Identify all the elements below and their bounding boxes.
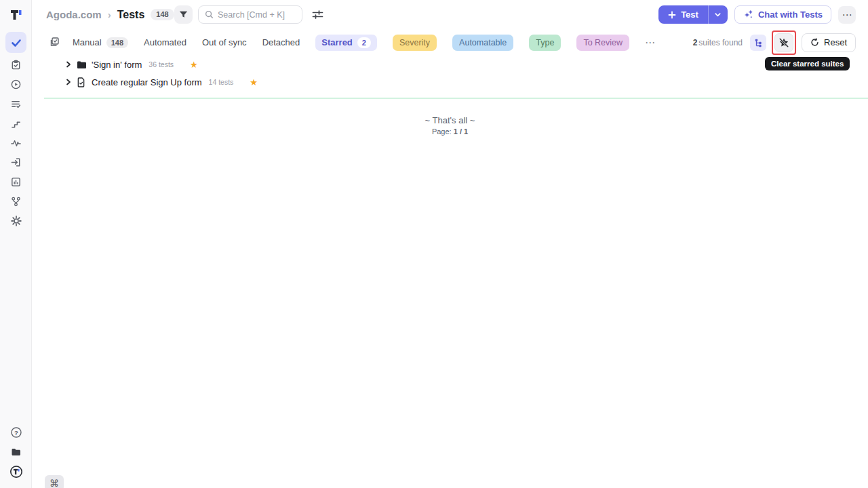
sparkles-icon [743, 9, 753, 20]
tree-view-button[interactable] [750, 35, 766, 51]
bulk-select-button[interactable] [47, 36, 61, 49]
results-count: 2suites found [693, 38, 743, 47]
tab-automated[interactable]: Automated [144, 37, 186, 47]
gear-icon [10, 215, 22, 227]
sidebar-item-help[interactable]: ? [5, 422, 26, 443]
new-test-dropdown-button[interactable] [708, 5, 728, 24]
import-box-icon [10, 157, 22, 168]
sliders-icon [311, 8, 324, 21]
sidebar-item-docs[interactable] [5, 441, 26, 462]
search-box[interactable] [198, 5, 302, 24]
new-test-button[interactable]: Test [658, 5, 708, 24]
list-check-icon [10, 98, 22, 110]
tab-detached[interactable]: Detached [262, 37, 300, 47]
chip-automatable[interactable]: Automatable [452, 35, 513, 51]
filters-more-button[interactable]: ⋯ [645, 37, 656, 49]
tab-manual-count: 148 [106, 37, 128, 48]
sidebar-item-import[interactable] [5, 152, 26, 173]
chevron-right-icon[interactable] [64, 60, 77, 68]
brand-circle-icon [9, 465, 23, 479]
table-row[interactable]: Create regular Sign Up form 14 tests ★ [32, 73, 868, 91]
sidebar-item-checklists[interactable] [5, 94, 26, 115]
suite-name[interactable]: Create regular Sign Up form [92, 77, 202, 87]
sidebar-item-test-plans[interactable] [5, 54, 26, 75]
star-icon[interactable]: ★ [190, 60, 198, 69]
tab-detached-label: Detached [262, 37, 300, 47]
chip-type[interactable]: Type [529, 35, 561, 51]
page-indicator: Page: 1 / 1 [32, 127, 868, 136]
tooltip-clear-starred-suites: Clear starred suites [765, 57, 850, 70]
chip-to-review[interactable]: To Review [576, 35, 629, 51]
command-icon: ⌘ [50, 478, 59, 488]
sidebar-item-brand[interactable] [5, 461, 26, 482]
funnel-icon [178, 9, 189, 20]
tab-out-of-sync-label: Out of sync [202, 37, 247, 47]
star-off-icon [778, 37, 789, 48]
breadcrumb-page[interactable]: Tests [117, 9, 145, 21]
suite-test-count: 36 tests [149, 60, 174, 68]
sidebar-item-shared-steps[interactable] [5, 113, 26, 134]
help-circle-icon: ? [10, 426, 22, 439]
topbar-more-button[interactable]: ⋯ [838, 6, 856, 24]
refresh-icon [810, 38, 819, 47]
tab-automated-label: Automated [144, 37, 186, 47]
folder-icon [10, 446, 22, 458]
chip-severity[interactable]: Severity [393, 35, 437, 51]
breadcrumb: Agoda.com › Tests 148 [46, 0, 174, 29]
sidebar-item-tests[interactable] [5, 32, 26, 53]
action-highlight-box [772, 30, 796, 55]
play-circle-icon [10, 79, 22, 90]
breadcrumb-separator: › [108, 9, 111, 20]
app-logo-icon[interactable] [9, 7, 24, 22]
clear-starred-button[interactable] [774, 33, 793, 52]
breadcrumb-project[interactable]: Agoda.com [46, 9, 102, 20]
drop-indicator-line [44, 98, 868, 99]
sidebar-item-branches[interactable] [5, 191, 26, 212]
chevron-right-icon[interactable] [64, 78, 77, 86]
star-icon[interactable]: ★ [250, 78, 258, 87]
end-of-list-text: ~ That's all ~ [32, 115, 868, 125]
filter-tabs: Manual 148 Automated Out of sync Detache… [73, 29, 656, 56]
table-row[interactable]: 'Sign in' form 36 tests ★ [32, 56, 868, 73]
folder-icon [77, 60, 92, 69]
plus-icon [668, 11, 676, 19]
topbar-actions: Test Chat with Tests ⋯ [658, 5, 856, 24]
filter-bar-right: 2suites found Reset [693, 29, 856, 56]
sidebar-item-settings[interactable] [5, 210, 26, 231]
filter-funnel-button[interactable] [174, 5, 193, 24]
suite-test-count: 14 tests [209, 78, 234, 86]
clipboard-check-icon [10, 59, 22, 70]
list-footer: ~ That's all ~ Page: 1 / 1 [32, 115, 868, 136]
svg-text:?: ? [14, 428, 18, 436]
steps-icon [10, 118, 22, 129]
bulk-select-icon [48, 36, 60, 48]
search-input[interactable] [218, 10, 292, 20]
command-key-button[interactable]: ⌘ [45, 475, 64, 488]
reset-filters-button[interactable]: Reset [802, 33, 856, 52]
sidebar-item-reports[interactable] [5, 171, 26, 192]
sidebar-item-runs[interactable] [5, 74, 26, 95]
tab-starred[interactable]: Starred 2 [315, 35, 377, 51]
tab-manual[interactable]: Manual 148 [73, 37, 128, 48]
topbar: Agoda.com › Tests 148 T [32, 0, 868, 29]
tab-manual-label: Manual [73, 37, 102, 47]
tab-out-of-sync[interactable]: Out of sync [202, 37, 247, 47]
ellipsis-icon: ⋯ [842, 9, 852, 21]
reset-label: Reset [824, 37, 847, 47]
activity-pulse-icon [10, 138, 22, 149]
git-branch-icon [10, 196, 22, 207]
tests-count-badge: 148 [151, 9, 174, 20]
results-count-label: suites found [698, 38, 743, 47]
page-label: Page: [432, 127, 452, 136]
new-test-label: Test [681, 9, 698, 20]
view-options-button[interactable] [311, 8, 324, 22]
sidebar-item-activity[interactable] [5, 133, 26, 154]
sidebar: ? [0, 0, 32, 488]
chat-with-tests-button[interactable]: Chat with Tests [734, 5, 831, 24]
chat-with-tests-label: Chat with Tests [758, 9, 823, 20]
results-count-number: 2 [693, 38, 698, 47]
bar-chart-icon [10, 176, 22, 188]
page-value: 1 / 1 [454, 127, 468, 136]
suite-name[interactable]: 'Sign in' form [92, 60, 142, 70]
suites-tree: 'Sign in' form 36 tests ★ Create regular… [32, 56, 868, 91]
